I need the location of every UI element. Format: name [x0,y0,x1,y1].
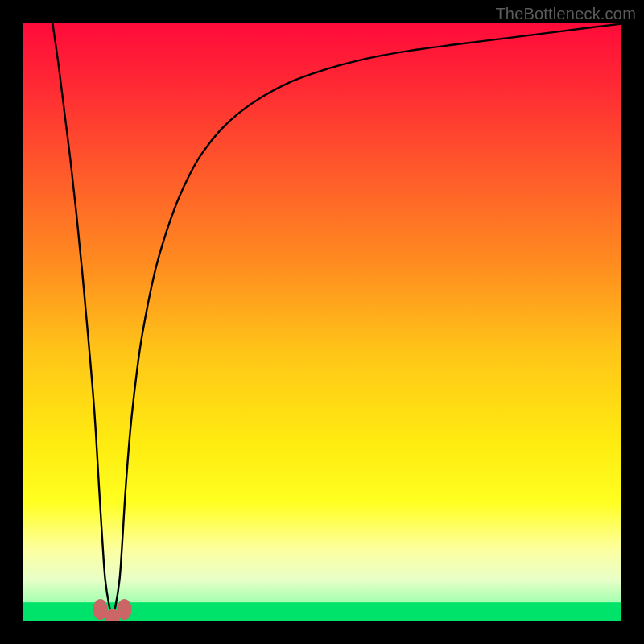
chart-frame: TheBottleneck.com [0,0,644,644]
curve-layer [23,23,621,621]
trough-marker [117,599,131,620]
watermark-text: TheBottleneck.com [495,5,636,23]
bottleneck-curve [52,23,621,614]
plot-area [23,23,621,621]
trough-markers [93,599,132,621]
